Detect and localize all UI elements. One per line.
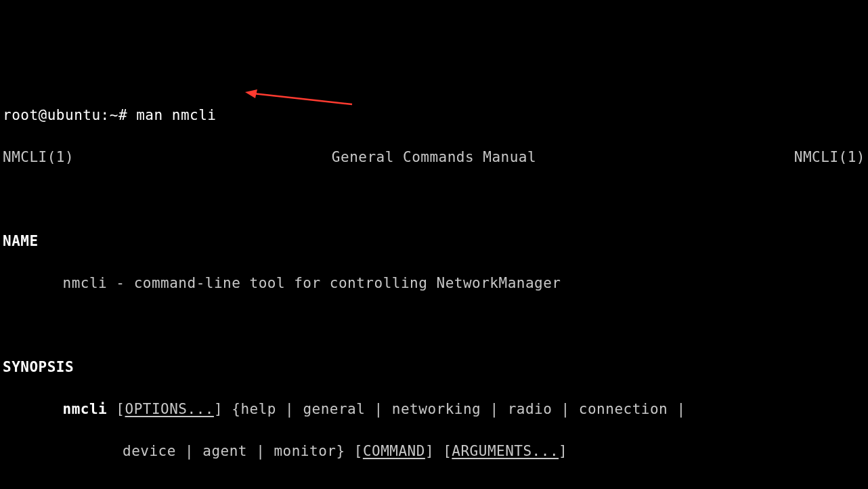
synopsis-line-2: device | agent | monitor} [COMMAND] [ARG… [3,441,865,462]
prompt-space [127,107,136,123]
command-text: man nmcli [136,107,216,123]
svg-line-0 [253,93,352,104]
section-heading-name: NAME [3,231,865,252]
prompt-user-host: root@ubuntu [3,107,101,123]
man-header-center: General Commands Manual [332,147,536,168]
synopsis-arguments: ARGUMENTS... [452,443,559,459]
man-header-right: NMCLI(1) [794,147,865,168]
man-header: NMCLI(1)General Commands ManualNMCLI(1) [3,147,865,168]
svg-marker-1 [245,89,257,98]
prompt-path: ~ [110,107,118,123]
prompt-colon: : [101,107,110,123]
terminal-viewport[interactable]: root@ubuntu:~# man nmcli NMCLI(1)General… [0,84,868,489]
man-header-left: NMCLI(1) [3,147,74,168]
prompt-line: root@ubuntu:~# man nmcli [3,105,865,126]
prompt-symbol: # [118,107,127,123]
synopsis-options: OPTIONS... [125,401,214,417]
synopsis-cmd: nmcli [63,401,108,417]
blank-line [3,483,865,489]
blank-line [3,189,865,210]
name-text: nmcli - command-line tool for controllin… [3,273,865,294]
section-heading-synopsis: SYNOPSIS [3,357,865,378]
blank-line [3,315,865,336]
synopsis-command: COMMAND [363,443,425,459]
synopsis-line-1: nmcli [OPTIONS...] {help | general | net… [3,399,865,420]
